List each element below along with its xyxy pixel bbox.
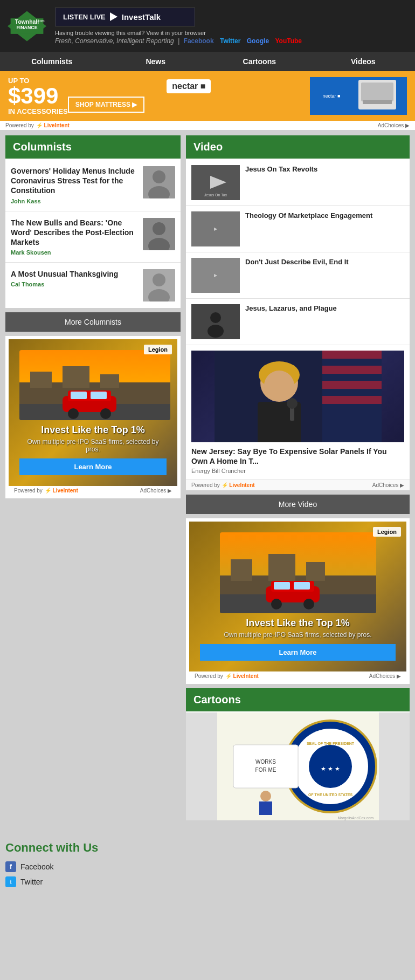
video-item[interactable]: Jesus On Tax Jesus On Tax Revolts xyxy=(186,160,410,206)
liveintent-logo-left: ⚡ LiveIntent xyxy=(45,488,78,494)
main-nav: Columnists News Cartoons Videos xyxy=(0,52,415,71)
svg-text:nectar ■: nectar ■ xyxy=(323,93,341,99)
svg-rect-64 xyxy=(294,582,310,590)
svg-point-14 xyxy=(153,222,165,235)
legion-ad-title: Invest Like the Top 1% xyxy=(19,424,167,436)
legion-ad-box: Legion xyxy=(9,339,177,486)
columnist-item[interactable]: Governors' Holiday Menus Include Coronav… xyxy=(5,160,181,211)
video-item[interactable]: Jesus, Lazarus, and Plague xyxy=(186,299,410,345)
legion-ad-sub: Own multiple pre-IPO SaaS firms, selecte… xyxy=(19,438,167,453)
svg-point-52 xyxy=(287,398,298,409)
cartoons-section: Cartoons ★ ★ ★ SEAL OF THE PRESIDENT OF … xyxy=(186,688,410,820)
columnist-photo xyxy=(143,218,175,250)
svg-text:FINANCE: FINANCE xyxy=(16,25,37,30)
svg-text:★ ★ ★: ★ ★ ★ xyxy=(320,765,340,772)
legion-ad-right-box: Legion xyxy=(189,522,406,671)
facebook-connect-item[interactable]: f Facebook xyxy=(5,861,410,872)
svg-rect-29 xyxy=(71,392,87,399)
legion-learn-more-button[interactable]: Learn More xyxy=(19,458,167,475)
cartoon-image[interactable]: ★ ★ ★ SEAL OF THE PRESIDENT OF THE UNITE… xyxy=(186,712,410,820)
columnist-item[interactable]: The New Bulls and Bears: 'One Word' Desc… xyxy=(5,211,181,263)
legion-ad-right-title: Invest Like the Top 1% xyxy=(200,618,396,629)
twitter-icon: t xyxy=(5,876,16,887)
svg-point-61 xyxy=(271,599,282,609)
twitter-connect-item[interactable]: t Twitter xyxy=(5,876,410,887)
svg-text:Townhall: Townhall xyxy=(15,18,39,24)
top-ad-banner: UP TO $399 IN ACCESSORIES nectar ■ SHOP … xyxy=(0,71,415,121)
twitter-link[interactable]: Twitter xyxy=(220,37,240,45)
svg-text:OF THE UNITED STATES: OF THE UNITED STATES xyxy=(308,793,352,797)
columnist-item[interactable]: A Most Unusual Thanksgiving Cal Thomas xyxy=(5,263,181,308)
featured-ad-footer: Powered by ⚡ LiveIntent AdChoices ▶ xyxy=(186,480,410,490)
svg-rect-7 xyxy=(361,83,393,101)
legion-ad-right-powered-by: Powered by ⚡ LiveIntent AdChoices ▶ xyxy=(189,671,406,681)
invest-talk-label: InvestTalk xyxy=(122,12,161,22)
columnist-text: A Most Unusual Thanksgiving Cal Thomas xyxy=(11,269,137,287)
youtube-link[interactable]: YouTube xyxy=(275,37,302,45)
svg-text:MargolisAndCox.com: MargolisAndCox.com xyxy=(337,816,374,820)
more-video-button[interactable]: More Video xyxy=(186,495,410,514)
right-column: Video Jesus On Tax Jesus On Tax Revolts xyxy=(186,135,410,825)
adchoices-featured: AdChoices ▶ xyxy=(372,482,404,488)
svg-rect-23 xyxy=(100,374,119,388)
columnist-photo xyxy=(143,166,175,198)
facebook-link[interactable]: Facebook xyxy=(184,37,214,45)
ad-price-text: $399 xyxy=(8,85,68,107)
site-header: Townhall FINANCE .com LISTEN LIVE Invest… xyxy=(0,0,415,52)
video-item[interactable]: ▶ Theology Of Marketplace Engagement xyxy=(186,206,410,252)
svg-rect-44 xyxy=(322,366,382,374)
social-links: Fresh, Conservative, Intelligent Reporti… xyxy=(55,37,410,45)
columnist-text: The New Bulls and Bears: 'One Word' Desc… xyxy=(11,218,137,256)
nectar-logo: nectar ■ xyxy=(167,79,211,93)
video-title: Jesus, Lazarus, and Plague xyxy=(245,304,404,313)
cartoons-header: Cartoons xyxy=(186,688,410,711)
svg-point-49 xyxy=(264,371,294,401)
google-link[interactable]: Google xyxy=(247,37,269,45)
svg-text:SEAL OF THE PRESIDENT: SEAL OF THE PRESIDENT xyxy=(306,742,354,745)
nav-videos[interactable]: Videos xyxy=(312,52,416,71)
svg-rect-22 xyxy=(63,366,89,388)
svg-point-27 xyxy=(68,408,79,419)
svg-rect-8 xyxy=(363,100,392,104)
legion-badge-right: Legion xyxy=(373,527,401,537)
columnist-title: The New Bulls and Bears: 'One Word' Desc… xyxy=(11,218,137,248)
svg-point-39 xyxy=(210,312,221,323)
video-item[interactable]: ▶ Don't Just Describe Evil, End It xyxy=(186,252,410,299)
nav-cartoons[interactable]: Cartoons xyxy=(208,52,312,71)
svg-point-75 xyxy=(260,791,271,801)
adchoices-right: AdChoices ▶ xyxy=(369,673,401,679)
svg-text:▶: ▶ xyxy=(214,227,218,231)
site-logo[interactable]: Townhall FINANCE .com xyxy=(5,4,49,47)
shop-mattress-button[interactable]: SHOP MATTRESS ▶ xyxy=(68,97,145,113)
adchoices-left: AdChoices ▶ xyxy=(140,488,172,494)
svg-rect-56 xyxy=(268,554,295,581)
svg-text:FOR ME: FOR ME xyxy=(255,767,276,773)
svg-point-40 xyxy=(208,325,224,338)
ad-banner-center: nectar ■ SHOP MATTRESS ▶ xyxy=(68,79,310,113)
play-icon[interactable] xyxy=(110,12,117,21)
svg-rect-57 xyxy=(306,562,325,581)
legion-learn-more-right-button[interactable]: Learn More xyxy=(200,644,396,661)
liveintent-logo: ⚡ LiveIntent xyxy=(36,122,70,128)
featured-video[interactable]: New Jersey: Say Bye To Expensive Solar P… xyxy=(186,345,410,480)
nav-news[interactable]: News xyxy=(104,52,208,71)
listen-live-label: LISTEN LIVE xyxy=(63,13,106,21)
svg-text:Jesus On Tax: Jesus On Tax xyxy=(204,193,227,197)
svg-point-11 xyxy=(153,170,165,183)
reporting-label: Fresh, Conservative, Intelligent Reporti… xyxy=(55,37,174,45)
svg-text:▶: ▶ xyxy=(214,273,218,278)
columnists-section: Columnists Governors' Holiday Menus Incl… xyxy=(5,135,181,308)
listen-live-bar[interactable]: LISTEN LIVE InvestTalk xyxy=(55,8,195,26)
email-tagline: Having trouble viewing this email? View … xyxy=(55,30,410,36)
nav-columnists[interactable]: Columnists xyxy=(0,52,104,71)
more-columnists-button[interactable]: More Columnists xyxy=(5,312,181,332)
legion-ad-right-sub: Own multiple pre-IPO SaaS firms, selecte… xyxy=(200,631,396,639)
svg-rect-55 xyxy=(231,559,252,581)
legion-ad-powered-by: Powered by ⚡ LiveIntent AdChoices ▶ xyxy=(9,486,177,495)
featured-video-source: Energy Bill Cruncher xyxy=(191,468,404,474)
connect-section: Connect with Us f Facebook t Twitter xyxy=(0,830,415,902)
svg-rect-43 xyxy=(322,351,382,359)
video-thumbnail: ▶ xyxy=(191,258,240,293)
ad-banner-image: nectar ■ xyxy=(310,77,407,115)
svg-rect-45 xyxy=(322,381,382,389)
